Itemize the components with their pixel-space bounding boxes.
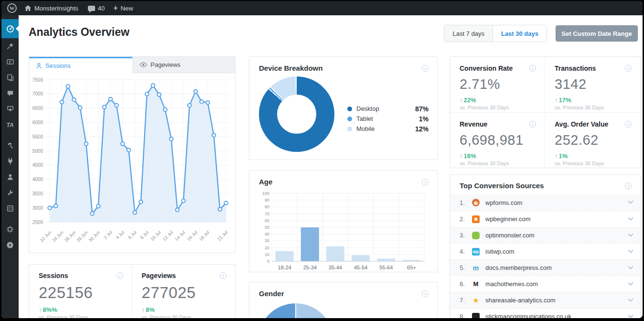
- svg-text:18-24: 18-24: [278, 265, 291, 270]
- svg-text:100: 100: [262, 191, 269, 196]
- info-icon[interactable]: i: [625, 121, 632, 128]
- gauge-icon: [6, 25, 14, 33]
- chevron-down-icon[interactable]: [628, 215, 633, 220]
- last-30-days-button[interactable]: Last 30 days: [493, 25, 547, 42]
- device-legend: Desktop 87% Tablet 1% Mobile 12%: [347, 104, 429, 152]
- device-breakdown-card: Device Breakdown i Desktop 87%: [249, 56, 438, 160]
- sidebar-item-plugins[interactable]: [1, 153, 19, 169]
- info-icon[interactable]: i: [422, 179, 429, 185]
- transactions-metric: Transactions i 3142 ↑17% vs. Previous 30…: [545, 57, 640, 113]
- source-row[interactable]: 4. wp isitwp.com: [450, 243, 640, 259]
- svg-text:26 Jun: 26 Jun: [63, 230, 76, 243]
- chevron-down-icon[interactable]: [628, 231, 633, 236]
- tab-pageviews[interactable]: Pageviews: [132, 57, 235, 73]
- svg-text:90: 90: [265, 198, 269, 203]
- sidebar-item-media[interactable]: [1, 54, 19, 70]
- new-label: New: [121, 5, 133, 12]
- sidebar-item-users[interactable]: [1, 169, 19, 185]
- info-icon[interactable]: i: [625, 65, 632, 72]
- sidebar-item-comments[interactable]: [1, 86, 19, 101]
- info-icon[interactable]: i: [529, 65, 536, 72]
- metric-change: ↑8%%: [39, 306, 123, 313]
- svg-text:65+: 65+: [407, 265, 416, 270]
- svg-text:6000: 6000: [32, 120, 43, 125]
- sessions-pageviews-summary-card: Sessions i 225156 ↑8%% vs. Previous 30 D…: [29, 264, 236, 318]
- left-column: Sessions Pageviews 250030003500400045005…: [29, 56, 236, 318]
- chevron-down-icon[interactable]: [628, 280, 633, 285]
- gear-icon: [6, 225, 14, 233]
- svg-text:80: 80: [265, 204, 269, 209]
- plug-icon: [7, 158, 14, 165]
- last-7-days-button[interactable]: Last 7 days: [444, 25, 493, 42]
- pageviews-summary: Pageviews i 277025 ↑8% vs. Previous 30 D…: [132, 265, 236, 318]
- sidebar-item-settings[interactable]: [1, 201, 19, 216]
- up-arrow-icon: ↑: [460, 96, 463, 104]
- set-custom-date-range-button[interactable]: Set Custom Date Range: [556, 25, 638, 42]
- revenue-metric: Revenue i 6,698,981 ↑16% vs. Previous 30…: [450, 113, 545, 168]
- sidebar-item-downloads[interactable]: [1, 101, 19, 117]
- metric-label: Sessions: [39, 272, 68, 279]
- svg-text:8 Jul: 8 Jul: [139, 230, 150, 240]
- site-home-link[interactable]: MonsterInsights: [24, 5, 78, 12]
- svg-text:0: 0: [267, 259, 269, 264]
- donut-hole: [277, 95, 316, 134]
- sources-list: 1. wpforms.com 2. wpbeginner.com 3.: [450, 194, 640, 318]
- admin-comments-link[interactable]: 40: [88, 5, 105, 12]
- wp-admin-bar: W MonsterInsights 40 + New: [1, 1, 643, 15]
- main-content: Analytics Overview Last 7 days Last 30 d…: [19, 15, 643, 318]
- info-icon[interactable]: i: [422, 290, 429, 297]
- chart-tabbar: Sessions Pageviews: [29, 57, 235, 73]
- svg-text:55-64: 55-64: [379, 265, 393, 270]
- source-row[interactable]: 6. M machothemes.com: [450, 276, 640, 292]
- chevron-down-icon[interactable]: [628, 199, 633, 204]
- info-icon[interactable]: i: [220, 272, 226, 279]
- chevron-down-icon[interactable]: [628, 247, 633, 253]
- svg-text:16 Jul: 16 Jul: [186, 230, 198, 242]
- site-name: MonsterInsights: [34, 5, 78, 12]
- info-icon[interactable]: i: [625, 182, 632, 189]
- tab-sessions[interactable]: Sessions: [29, 57, 132, 73]
- sidebar-item-dashboard[interactable]: [1, 19, 19, 38]
- svg-text:3500: 3500: [32, 191, 43, 196]
- source-row[interactable]: 5. m docs.memberpress.com: [450, 259, 640, 276]
- source-row[interactable]: 8. stickmancommunications.co.uk: [450, 308, 640, 318]
- chevron-down-icon[interactable]: [628, 264, 633, 269]
- source-row[interactable]: 1. wpforms.com: [450, 194, 640, 211]
- eye-icon: [140, 62, 147, 67]
- wpbeginner-favicon-icon: [472, 215, 480, 223]
- source-row[interactable]: 7. ★ shareasale-analytics.com: [450, 292, 640, 308]
- svg-text:40: 40: [265, 232, 269, 236]
- sidebar-item-ta-plugin[interactable]: TA: [1, 117, 19, 133]
- source-row[interactable]: 2. wpbeginner.com: [450, 211, 640, 227]
- conversion-rate-metric: Conversion Rate i 2.71% ↑22% vs. Previou…: [450, 57, 545, 113]
- svg-text:22 Jun: 22 Jun: [39, 230, 52, 243]
- hammer-icon: [7, 142, 14, 149]
- sidebar-item-tools[interactable]: [1, 185, 19, 201]
- info-icon[interactable]: i: [117, 272, 123, 279]
- sidebar-item-pages[interactable]: [1, 70, 19, 86]
- sessions-chart-card: Sessions Pageviews 250030003500400045005…: [29, 56, 236, 253]
- svg-text:3000: 3000: [32, 205, 43, 211]
- info-icon[interactable]: i: [422, 65, 429, 72]
- legend-row-tablet: Tablet 1%: [347, 114, 429, 124]
- top-conversion-sources-card: Top Conversion Sources i 1. wpforms.com …: [450, 174, 641, 318]
- speech-bubble-icon: [7, 90, 14, 97]
- stickman-favicon-icon: [472, 313, 480, 319]
- svg-text:45-54: 45-54: [354, 265, 367, 270]
- source-row[interactable]: 3. optinmonster.com: [450, 227, 640, 243]
- info-icon[interactable]: i: [529, 121, 536, 128]
- admin-new-link[interactable]: + New: [113, 4, 133, 12]
- sidebar-item-seo[interactable]: [1, 221, 19, 237]
- settings-panel-icon: [7, 205, 14, 212]
- sidebar-item-video[interactable]: [1, 237, 19, 253]
- chevron-down-icon[interactable]: [628, 296, 633, 301]
- wordpress-logo-icon[interactable]: W: [7, 3, 17, 13]
- sidebar-item-posts[interactable]: [1, 38, 19, 54]
- pin-icon: [7, 43, 14, 50]
- legend-row-desktop: Desktop 87%: [347, 104, 429, 114]
- svg-text:5500: 5500: [32, 134, 43, 139]
- metric-change: ↑8%: [142, 306, 227, 313]
- chevron-down-icon[interactable]: [628, 312, 633, 318]
- svg-text:7000: 7000: [32, 91, 43, 96]
- sidebar-item-appearance[interactable]: [1, 138, 19, 153]
